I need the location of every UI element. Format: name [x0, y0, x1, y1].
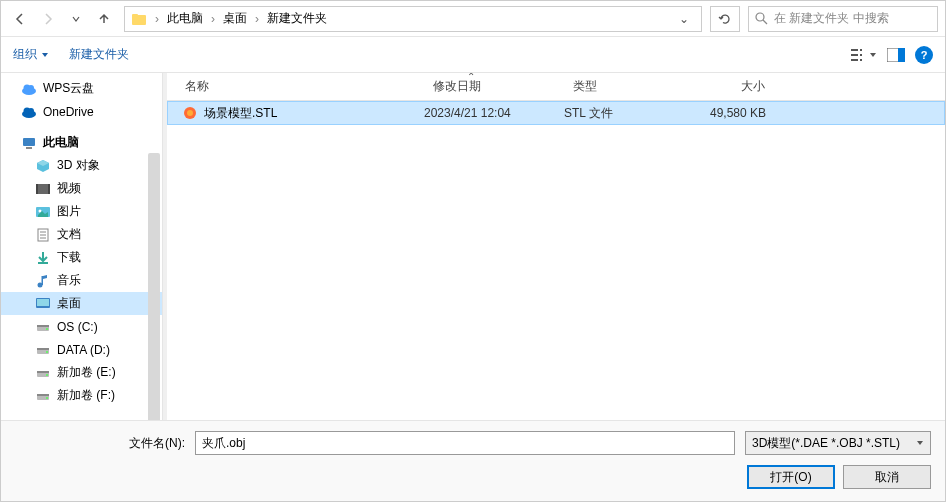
svg-rect-5	[851, 54, 858, 56]
svg-rect-21	[36, 184, 38, 194]
tree-item-music[interactable]: 音乐	[1, 269, 162, 292]
new-folder-button[interactable]: 新建文件夹	[69, 46, 129, 63]
file-name: 场景模型.STL	[204, 105, 277, 122]
svg-rect-35	[37, 325, 49, 327]
file-type-filter[interactable]: 3D模型(*.DAE *.OBJ *.STL)	[745, 431, 931, 455]
cloud-wps-icon	[21, 81, 37, 97]
filename-label: 文件名(N):	[15, 435, 185, 452]
file-date: 2023/4/21 12:04	[424, 106, 564, 120]
breadcrumb: › 此电脑 › 桌面 › 新建文件夹	[153, 8, 673, 29]
breadcrumb-item[interactable]: 此电脑	[163, 8, 207, 29]
tree-item-label: 下载	[57, 249, 81, 266]
breadcrumb-item[interactable]: 桌面	[219, 8, 251, 29]
toolbar: 组织 新建文件夹 ?	[1, 37, 945, 73]
svg-point-36	[46, 328, 48, 330]
view-options-button[interactable]	[851, 48, 877, 62]
drive-icon	[35, 319, 51, 335]
music-icon	[35, 273, 51, 289]
address-bar[interactable]: › 此电脑 › 桌面 › 新建文件夹 ⌄	[124, 6, 702, 32]
tree-item-cloud-wps[interactable]: WPS云盘	[1, 77, 162, 100]
tree-item-drive[interactable]: DATA (D:)	[1, 338, 162, 361]
help-button[interactable]: ?	[915, 46, 933, 64]
search-input[interactable]: 在 新建文件夹 中搜索	[748, 6, 938, 32]
svg-rect-1	[132, 14, 138, 17]
tree-item-downloads[interactable]: 下载	[1, 246, 162, 269]
tree-item-desktop[interactable]: 桌面	[1, 292, 162, 315]
tree-item-label: OS (C:)	[57, 320, 98, 334]
svg-rect-7	[860, 49, 862, 51]
tree-item-drive[interactable]: 新加卷 (E:)	[1, 361, 162, 384]
svg-point-42	[46, 374, 48, 376]
scrollbar[interactable]	[148, 153, 160, 420]
column-header-name[interactable]: 名称	[167, 78, 423, 95]
svg-line-3	[763, 20, 767, 24]
svg-rect-41	[37, 371, 49, 373]
open-button[interactable]: 打开(O)	[747, 465, 835, 489]
nav-recent-dropdown[interactable]	[64, 7, 88, 31]
svg-point-45	[46, 397, 48, 399]
file-row[interactable]: 场景模型.STL2023/4/21 12:04STL 文件49,580 KB	[167, 101, 945, 125]
search-placeholder: 在 新建文件夹 中搜索	[774, 10, 889, 27]
preview-pane-button[interactable]	[887, 48, 905, 62]
cancel-button[interactable]: 取消	[843, 465, 931, 489]
svg-rect-18	[23, 138, 35, 146]
bottom-panel: 文件名(N): 3D模型(*.DAE *.OBJ *.STL) 打开(O) 取消	[1, 420, 945, 501]
filename-input[interactable]	[195, 431, 735, 455]
tree-item-documents[interactable]: 文档	[1, 223, 162, 246]
column-header-date[interactable]: 修改日期	[423, 78, 563, 95]
svg-rect-9	[860, 59, 862, 61]
svg-rect-11	[898, 48, 905, 62]
svg-rect-33	[37, 299, 49, 306]
column-header-type[interactable]: 类型	[563, 78, 675, 95]
search-icon	[755, 12, 768, 25]
breadcrumb-item[interactable]: 新建文件夹	[263, 8, 331, 29]
chevron-right-icon[interactable]: ›	[153, 12, 161, 26]
svg-point-2	[756, 13, 764, 21]
svg-rect-20	[36, 184, 50, 194]
tree-item-label: 文档	[57, 226, 81, 243]
nav-up-button[interactable]	[92, 7, 116, 31]
computer-icon	[21, 135, 37, 151]
chevron-right-icon[interactable]: ›	[253, 12, 261, 26]
svg-rect-22	[48, 184, 50, 194]
file-list[interactable]: 场景模型.STL2023/4/21 12:04STL 文件49,580 KB	[167, 101, 945, 420]
nav-forward-button[interactable]	[36, 7, 60, 31]
tree-item-drive[interactable]: 新加卷 (F:)	[1, 384, 162, 407]
tree-item-label: 此电脑	[43, 134, 79, 151]
nav-back-button[interactable]	[8, 7, 32, 31]
navigation-tree: WPS云盘OneDrive此电脑3D 对象视频图片文档下载音乐桌面OS (C:)…	[1, 73, 163, 420]
pictures-icon	[35, 204, 51, 220]
address-dropdown-icon[interactable]: ⌄	[673, 12, 695, 26]
tree-item-label: 新加卷 (E:)	[57, 364, 116, 381]
refresh-button[interactable]	[710, 6, 740, 32]
tree-item-label: DATA (D:)	[57, 343, 110, 357]
tree-item-cloud-onedrive[interactable]: OneDrive	[1, 100, 162, 123]
tree-item-label: OneDrive	[43, 105, 94, 119]
organize-menu[interactable]: 组织	[13, 46, 49, 63]
tree-item-video[interactable]: 视频	[1, 177, 162, 200]
drive-icon	[35, 342, 51, 358]
file-list-area: ⌃ 名称 修改日期 类型 大小 场景模型.STL2023/4/21 12:04S…	[167, 73, 945, 420]
tree-item-label: 3D 对象	[57, 157, 100, 174]
tree-item-label: 新加卷 (F:)	[57, 387, 115, 404]
desktop-icon	[35, 296, 51, 312]
documents-icon	[35, 227, 51, 243]
svg-rect-31	[42, 276, 44, 285]
svg-rect-6	[851, 59, 858, 61]
tree-item-computer[interactable]: 此电脑	[1, 131, 162, 154]
tree-item-label: 视频	[57, 180, 81, 197]
folder-icon	[131, 11, 147, 27]
svg-rect-44	[37, 394, 49, 396]
svg-point-14	[28, 85, 34, 91]
downloads-icon	[35, 250, 51, 266]
3d-icon	[35, 158, 51, 174]
tree-item-drive[interactable]: OS (C:)	[1, 315, 162, 338]
tree-item-3d[interactable]: 3D 对象	[1, 154, 162, 177]
tree-item-label: 音乐	[57, 272, 81, 289]
video-icon	[35, 181, 51, 197]
tree-item-label: 桌面	[57, 295, 81, 312]
tree-item-pictures[interactable]: 图片	[1, 200, 162, 223]
column-header-size[interactable]: 大小	[675, 78, 775, 95]
file-size: 49,580 KB	[676, 106, 776, 120]
chevron-right-icon[interactable]: ›	[209, 12, 217, 26]
